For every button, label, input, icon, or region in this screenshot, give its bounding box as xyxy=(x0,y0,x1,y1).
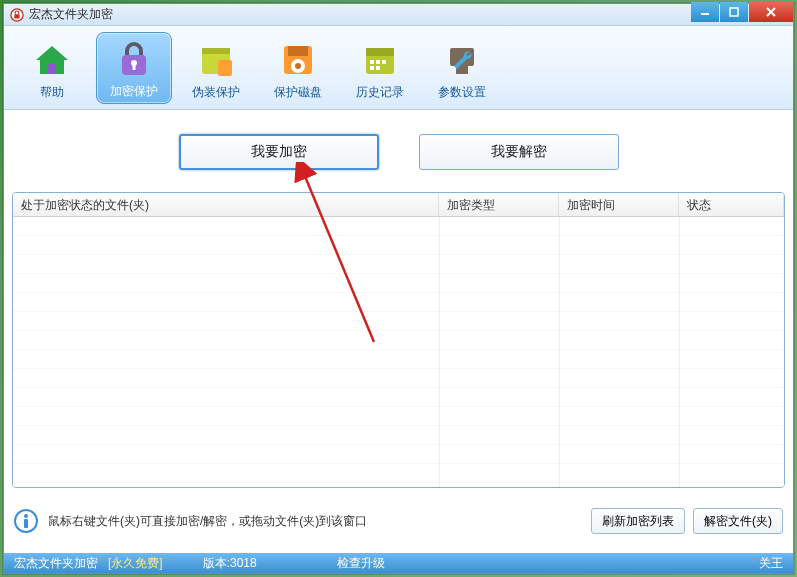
toolbar-disguise-label: 伪装保护 xyxy=(192,84,240,101)
svg-rect-21 xyxy=(376,60,380,64)
refresh-list-button[interactable]: 刷新加密列表 xyxy=(591,508,685,534)
toolbar-encrypt[interactable]: 加密保护 xyxy=(96,32,172,104)
svg-rect-12 xyxy=(202,48,230,54)
home-icon xyxy=(30,38,74,82)
toolbar-disk-label: 保护磁盘 xyxy=(274,84,322,101)
toolbar-disk[interactable]: 保护磁盘 xyxy=(260,32,336,104)
svg-rect-1 xyxy=(14,14,19,18)
encrypt-button[interactable]: 我要加密 xyxy=(179,134,379,170)
svg-rect-29 xyxy=(24,519,28,528)
status-version-label: 版本: xyxy=(203,555,230,572)
window-title: 宏杰文件夹加密 xyxy=(29,6,113,23)
svg-rect-20 xyxy=(370,60,374,64)
col-time[interactable]: 加密时间 xyxy=(559,193,679,216)
toolbar-encrypt-label: 加密保护 xyxy=(110,83,158,100)
svg-rect-13 xyxy=(218,60,232,76)
encrypted-files-table[interactable]: 处于加密状态的文件(夹) 加密类型 加密时间 状态 xyxy=(12,192,785,488)
close-button[interactable] xyxy=(749,2,793,22)
calendar-icon xyxy=(358,38,402,82)
lock-icon xyxy=(112,37,156,81)
svg-point-17 xyxy=(295,63,301,69)
svg-rect-15 xyxy=(288,46,308,56)
toolbar-settings[interactable]: 参数设置 xyxy=(424,32,500,104)
col-status[interactable]: 状态 xyxy=(679,193,784,216)
app-window: 宏杰文件夹加密 帮助 加密保护 伪装保护 保护磁盘 历史记录 xyxy=(3,3,794,574)
check-update-link[interactable]: 检查升级 xyxy=(337,555,385,572)
col-type[interactable]: 加密类型 xyxy=(439,193,559,216)
footer-hint: 鼠标右键文件(夹)可直接加密/解密，或拖动文件(夹)到该窗口 xyxy=(48,513,583,530)
col-file[interactable]: 处于加密状态的文件(夹) xyxy=(13,193,439,216)
attention-link[interactable]: 关王 xyxy=(759,555,783,572)
status-version: 3018 xyxy=(230,556,257,570)
titlebar[interactable]: 宏杰文件夹加密 xyxy=(4,4,793,26)
info-icon xyxy=(14,509,38,533)
toolbar-help-label: 帮助 xyxy=(40,84,64,101)
floppy-icon xyxy=(276,38,320,82)
svg-rect-23 xyxy=(370,66,374,70)
toolbar-history-label: 历史记录 xyxy=(356,84,404,101)
table-header: 处于加密状态的文件(夹) 加密类型 加密时间 状态 xyxy=(13,193,784,217)
svg-rect-10 xyxy=(133,64,136,70)
toolbar-settings-label: 参数设置 xyxy=(438,84,486,101)
toolbar-disguise[interactable]: 伪装保护 xyxy=(178,32,254,104)
main-toolbar: 帮助 加密保护 伪装保护 保护磁盘 历史记录 参数设置 xyxy=(4,26,793,110)
content-area: 我要加密 我要解密 处于加密状态的文件(夹) 加密类型 加密时间 状态 xyxy=(12,112,785,551)
decrypt-file-button[interactable]: 解密文件(夹) xyxy=(693,508,783,534)
svg-rect-22 xyxy=(382,60,386,64)
maximize-button[interactable] xyxy=(720,2,748,22)
folder-icon xyxy=(194,38,238,82)
svg-rect-24 xyxy=(376,66,380,70)
toolbar-help[interactable]: 帮助 xyxy=(14,32,90,104)
decrypt-button[interactable]: 我要解密 xyxy=(419,134,619,170)
footer-bar: 鼠标右键文件(夹)可直接加密/解密，或拖动文件(夹)到该窗口 刷新加密列表 解密… xyxy=(4,501,793,541)
minimize-button[interactable] xyxy=(691,2,719,22)
wrench-icon xyxy=(440,38,484,82)
status-free: [永久免费] xyxy=(108,555,163,572)
svg-point-28 xyxy=(24,514,28,518)
status-product: 宏杰文件夹加密 xyxy=(14,555,98,572)
svg-rect-7 xyxy=(48,64,56,74)
svg-rect-3 xyxy=(730,8,738,16)
app-icon xyxy=(10,8,24,22)
toolbar-history[interactable]: 历史记录 xyxy=(342,32,418,104)
table-body[interactable] xyxy=(13,217,784,487)
status-bar: 宏杰文件夹加密[永久免费] 版本:3018 检查升级 关王 xyxy=(4,553,793,573)
svg-rect-19 xyxy=(366,48,394,56)
